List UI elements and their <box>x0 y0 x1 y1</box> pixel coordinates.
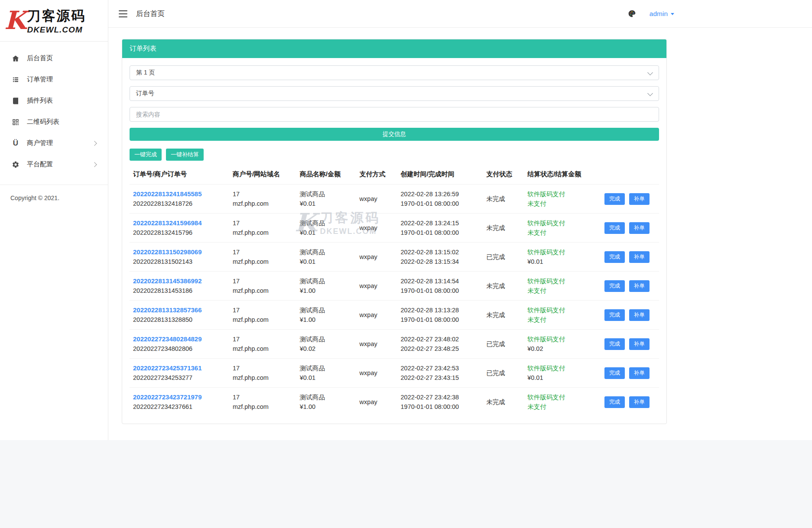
product-name: 测试商品 <box>300 247 353 257</box>
merchant-id: 17 <box>233 218 293 228</box>
user-menu[interactable]: admin <box>650 10 674 18</box>
pay-status: 已完成 <box>483 243 524 272</box>
orders-table: 订单号/商户订单号 商户号/网站域名 商品名称/金额 支付方式 创建时间/完成时… <box>130 164 659 416</box>
merchant-order-number: 20220228132418726 <box>133 199 226 208</box>
bulk-settle-button[interactable]: 一键补结算 <box>166 149 204 161</box>
product-amount: ¥1.00 <box>300 315 353 324</box>
merchant-order-number: 20220228132415796 <box>133 228 226 237</box>
home-icon <box>12 55 19 62</box>
order-number-link[interactable]: 2022022813132857366 <box>133 306 202 314</box>
created-time: 2022-02-28 13:15:02 <box>401 247 480 257</box>
pay-status: 未完成 <box>483 214 524 243</box>
product-amount: ¥0.01 <box>300 199 353 208</box>
complete-button[interactable]: 完成 <box>604 396 625 408</box>
complete-button[interactable]: 完成 <box>604 309 625 321</box>
product-name: 测试商品 <box>300 392 353 402</box>
product-amount: ¥1.00 <box>300 286 353 295</box>
complete-button[interactable]: 完成 <box>604 251 625 263</box>
created-time: 2022-02-28 13:14:54 <box>401 276 480 286</box>
settle-status: 软件版码支付 <box>527 189 595 199</box>
sidebar-toggle-icon[interactable] <box>119 10 127 17</box>
logo-k-mark: K <box>4 9 26 32</box>
supplement-button[interactable]: 补单 <box>629 338 650 350</box>
site-domain: mzf.php.com <box>233 228 293 237</box>
settle-amount: ¥0.01 <box>527 257 595 266</box>
sidebar-item-label: 后台首页 <box>27 54 53 62</box>
search-field-select[interactable]: 订单号 <box>130 86 659 101</box>
table-header-row: 订单号/商户订单号 商户号/网站域名 商品名称/金额 支付方式 创建时间/完成时… <box>130 164 659 185</box>
pay-method: wxpay <box>356 243 397 272</box>
page-select-value: 第 1 页 <box>136 69 155 77</box>
created-time: 2022-02-27 23:48:02 <box>401 334 480 344</box>
merchant-order-number: 20220228131502143 <box>133 257 226 266</box>
site-domain: mzf.php.com <box>233 315 293 324</box>
complete-button[interactable]: 完成 <box>604 193 625 205</box>
sidebar-item-merchants[interactable]: Ü 商户管理 <box>0 133 108 154</box>
supplement-button[interactable]: 补单 <box>629 222 650 234</box>
site-domain: mzf.php.com <box>233 373 293 382</box>
page-title: 后台首页 <box>136 9 165 19</box>
search-input[interactable] <box>136 111 653 118</box>
completed-time: 2022-02-27 23:48:25 <box>401 344 480 353</box>
settle-amount: 未支付 <box>527 228 595 237</box>
order-number-link[interactable]: 2022022813145386992 <box>133 277 202 285</box>
table-row: 2022022813145386992 20220228131453186 17… <box>130 272 659 301</box>
complete-button[interactable]: 完成 <box>604 367 625 379</box>
site-domain: mzf.php.com <box>233 402 293 411</box>
page-select[interactable]: 第 1 页 <box>130 65 659 80</box>
column-header: 支付状态 <box>483 164 524 185</box>
chevron-right-icon <box>92 162 97 167</box>
submit-button[interactable]: 提交信息 <box>130 128 659 141</box>
pay-method: wxpay <box>356 214 397 243</box>
main-area: 后台首页 admin 订单列表 第 1 页 <box>108 0 812 440</box>
supplement-button[interactable]: 补单 <box>629 309 650 321</box>
created-time: 2022-02-27 23:42:38 <box>401 392 480 402</box>
pay-status: 已完成 <box>483 359 524 388</box>
product-name: 测试商品 <box>300 189 353 199</box>
order-number-link[interactable]: 2022022813241845585 <box>133 190 202 198</box>
bulk-complete-button[interactable]: 一键完成 <box>130 149 162 161</box>
sidebar-item-platform-config[interactable]: 平台配置 <box>0 154 108 175</box>
column-header: 商品名称/金额 <box>296 164 356 185</box>
complete-button[interactable]: 完成 <box>604 222 625 234</box>
sidebar-item-orders[interactable]: 订单管理 <box>0 69 108 90</box>
content-area: 订单列表 第 1 页 订单号 提交信息 一键完成 <box>108 28 812 440</box>
sidebar-item-qrcodes[interactable]: 二维码列表 <box>0 111 108 133</box>
pay-status: 已完成 <box>483 330 524 359</box>
product-amount: ¥0.01 <box>300 228 353 237</box>
order-number-link[interactable]: 2022022723423721979 <box>133 393 202 401</box>
site-domain: mzf.php.com <box>233 199 293 208</box>
supplement-button[interactable]: 补单 <box>629 193 650 205</box>
created-time: 2022-02-28 13:13:28 <box>401 305 480 315</box>
supplement-button[interactable]: 补单 <box>629 367 650 379</box>
created-time: 2022-02-28 13:24:15 <box>401 218 480 228</box>
supplement-button[interactable]: 补单 <box>629 251 650 263</box>
merchant-order-number: 20220228131328850 <box>133 315 226 324</box>
order-number-link[interactable]: 2022022723425371361 <box>133 364 202 372</box>
order-number-link[interactable]: 2022022813241596984 <box>133 219 202 227</box>
completed-time: 1970-01-01 08:00:00 <box>401 315 480 324</box>
sidebar-item-home[interactable]: 后台首页 <box>0 48 108 69</box>
complete-button[interactable]: 完成 <box>604 338 625 350</box>
table-row: 2022022813241596984 20220228132415796 17… <box>130 214 659 243</box>
user-name: admin <box>650 10 668 18</box>
pay-status: 未完成 <box>483 272 524 301</box>
order-number-link[interactable]: 2022022723480284829 <box>133 335 202 343</box>
supplement-button[interactable]: 补单 <box>629 396 650 408</box>
supplement-button[interactable]: 补单 <box>629 280 650 292</box>
settle-status: 软件版码支付 <box>527 276 595 286</box>
book-icon <box>12 97 19 105</box>
theme-palette-icon[interactable] <box>627 9 637 18</box>
pay-method: wxpay <box>356 388 397 417</box>
sidebar: K 刀客源码 DKEWL.COM 后台首页 订单管理 <box>0 0 108 440</box>
merchant-id: 17 <box>233 247 293 257</box>
app-logo[interactable]: K 刀客源码 DKEWL.COM <box>0 0 108 42</box>
created-time: 2022-02-27 23:42:53 <box>401 363 480 373</box>
sidebar-item-label: 插件列表 <box>27 97 53 105</box>
sidebar-item-plugins[interactable]: 插件列表 <box>0 90 108 111</box>
complete-button[interactable]: 完成 <box>604 280 625 292</box>
settle-amount: ¥0.02 <box>527 344 595 353</box>
topbar: 后台首页 admin <box>108 0 812 28</box>
logo-subtitle: DKEWL.COM <box>27 25 86 35</box>
order-number-link[interactable]: 2022022813150298069 <box>133 248 202 256</box>
